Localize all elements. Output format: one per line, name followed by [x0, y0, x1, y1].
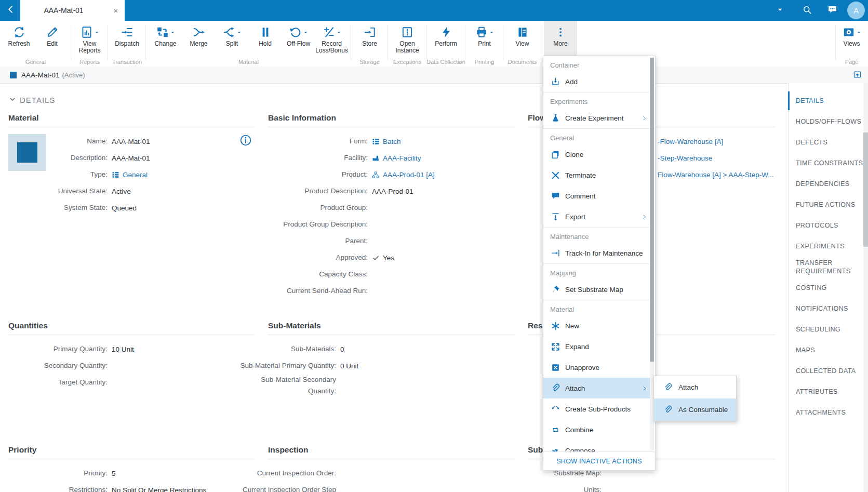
field-label: Sub-Material Secondary Quantity: — [237, 374, 336, 397]
close-icon[interactable]: × — [107, 6, 125, 15]
field-value[interactable]: General — [112, 171, 148, 179]
avatar[interactable]: A — [847, 2, 865, 19]
menu-item-track-in-for-maintenance[interactable]: Track-In for Maintenance — [543, 243, 655, 263]
submenu-item-as-consumable[interactable]: As Consumable — [654, 398, 736, 421]
field-value[interactable]: AAA-Facility — [372, 154, 421, 162]
ribbon-button-label: Change — [154, 41, 176, 47]
ribbon-button-split[interactable]: Split — [216, 21, 249, 59]
ribbon-button-view-reports[interactable]: View Reports — [73, 21, 106, 59]
flow-link[interactable]: Flow-Warehouse [A] > AAA-Step-W... — [658, 171, 773, 179]
sidebar-item-attributes[interactable]: ATTRIBUTES — [789, 381, 864, 402]
sidebar-item-future-actions[interactable]: FUTURE ACTIONS — [789, 194, 864, 215]
menu-item-create-experiment[interactable]: Create Experiment — [543, 108, 655, 128]
menu-item-export[interactable]: Export — [543, 206, 655, 227]
topbar-caret-button[interactable] — [771, 0, 789, 21]
ribbon-group-printing: PrintPrinting — [465, 21, 503, 67]
field-value[interactable]: Batch — [372, 138, 401, 145]
sidebar-item-defects[interactable]: DEFECTS — [789, 132, 864, 153]
menu-item-comment[interactable]: Comment — [543, 185, 655, 206]
sidebar-item-time-constraints[interactable]: TIME CONSTRAINTS — [789, 153, 864, 174]
more-icon — [554, 25, 567, 39]
ribbon-button-more[interactable]: More — [544, 21, 577, 59]
store-icon — [363, 25, 377, 39]
ribbon-button-view[interactable]: View — [506, 21, 539, 59]
menu-item-label: Create Sub-Products — [565, 405, 631, 413]
ribbon-button-record-loss-bonus[interactable]: Record Loss/Bonus — [315, 21, 349, 59]
ribbon-button-merge[interactable]: Merge — [182, 21, 216, 59]
page-nav-sidebar: DETAILSHOLDS/OFF-FLOWSDEFECTSTIME CONSTR… — [788, 83, 864, 492]
menu-item-label: Create Experiment — [565, 114, 624, 122]
perform-icon — [439, 25, 453, 39]
field-value: Queued — [112, 204, 137, 212]
chat-button[interactable] — [823, 0, 841, 21]
ribbon-button-dispatch[interactable]: Dispatch — [111, 21, 144, 59]
sidebar-item-scheduling[interactable]: SCHEDULING — [789, 319, 864, 340]
menu-item-clone[interactable]: Clone — [543, 144, 655, 165]
flow-link[interactable]: -Flow-Warehouse [A] — [658, 138, 723, 145]
search-button[interactable] — [798, 0, 816, 21]
ribbon-group-exceptions: Open InstanceExceptions — [388, 21, 426, 67]
sidebar-item-details[interactable]: DETAILS — [789, 90, 864, 111]
caret-down-icon — [95, 30, 99, 35]
sidebar-item-collected-data[interactable]: COLLECTED DATA — [789, 361, 864, 381]
menu-item-attach[interactable]: Attach — [543, 378, 655, 398]
field-value: AAA-Mat-01 — [112, 138, 150, 145]
section-title: Basic Information — [268, 113, 515, 125]
menu-section-experiments: ExperimentsCreate Experiment — [543, 92, 655, 129]
sidebar-item-attachments[interactable]: ATTACHMENTS — [789, 402, 864, 423]
menu-item-combine[interactable]: Combine — [543, 419, 655, 440]
menu-item-add[interactable]: Add — [543, 71, 655, 92]
ribbon-group-reports: View ReportsReports — [71, 21, 108, 67]
search-icon — [802, 5, 812, 17]
scrollbar-thumb[interactable] — [863, 132, 868, 247]
sidebar-item-notifications[interactable]: NOTIFICATIONS — [789, 298, 864, 319]
details-collapse-header[interactable]: DETAILS — [8, 95, 55, 105]
panel-expand-button[interactable] — [853, 70, 862, 81]
field-row: Form:Batch — [268, 133, 515, 150]
ribbon-group-label: Exceptions — [388, 59, 426, 65]
submenu-item-attach[interactable]: Attach — [654, 376, 736, 398]
ribbon-group-general: RefreshEditGeneral — [0, 21, 71, 67]
ribbon-button-open-instance[interactable]: Open Instance — [391, 21, 424, 59]
ribbon-button-hold[interactable]: Hold — [249, 21, 282, 59]
divider — [8, 127, 255, 127]
menu-item-expand[interactable]: Expand — [543, 336, 655, 357]
menu-item-unapprove[interactable]: Unapprove — [543, 357, 655, 378]
caret-down-blue-icon — [303, 30, 308, 35]
sidebar-item-protocols[interactable]: PROTOCOLS — [789, 215, 864, 236]
clone-icon — [551, 150, 560, 159]
menu-item-create-sub-products[interactable]: Create Sub-Products — [543, 398, 655, 419]
flow-link[interactable]: -Step-Warehouse — [658, 154, 712, 162]
tab-material[interactable]: AAA-Mat-01 × — [20, 0, 125, 21]
menu-item-terminate[interactable]: Terminate — [543, 165, 655, 185]
menu-item-new[interactable]: New — [543, 315, 655, 336]
ribbon-button-refresh[interactable]: Refresh — [3, 21, 36, 59]
ribbon-button-perform[interactable]: Perform — [430, 21, 463, 59]
menu-item-label: Comment — [565, 192, 596, 200]
back-button[interactable] — [3, 0, 19, 21]
menu-scrollbar-thumb[interactable] — [650, 58, 654, 362]
ribbon-button-store[interactable]: Store — [353, 21, 386, 59]
field-value: 0 Unit — [340, 362, 358, 370]
sidebar-item-holds-off-flows[interactable]: HOLDS/OFF-FLOWS — [789, 111, 864, 132]
info-icon[interactable] — [239, 134, 252, 149]
show-inactive-actions[interactable]: SHOW INACTIVE ACTIONS — [543, 451, 655, 470]
chevron-right-icon — [641, 214, 648, 220]
ribbon-button-off-flow[interactable]: Off-Flow — [282, 21, 315, 59]
ribbon-button-change[interactable]: Change — [149, 21, 182, 59]
mes-material-page: { "colors":{"accent":"#0a7abf","icon_blu… — [0, 0, 868, 492]
menu-item-set-substrate-map[interactable]: Set Substrate Map — [543, 279, 655, 300]
entity-title-bar: AAA-Mat-01 (Active) — [0, 67, 868, 84]
sidebar-item-dependencies[interactable]: DEPENDENCIES — [789, 174, 864, 194]
ribbon-button-print[interactable]: Print — [468, 21, 501, 59]
caret-down-icon — [337, 30, 341, 35]
ribbon-button-edit[interactable]: Edit — [36, 21, 69, 59]
field-row: Universal State:Active — [8, 183, 255, 200]
ribbon-button-views[interactable]: Views — [835, 21, 868, 59]
field-value[interactable]: AAA-Prod-01 [A] — [372, 171, 435, 179]
sidebar-item-costing[interactable]: COSTING — [789, 277, 864, 298]
caret-down-blue-icon — [337, 30, 341, 35]
sidebar-item-maps[interactable]: MAPS — [789, 340, 864, 361]
sidebar-item-transfer-requirements[interactable]: TRANSFER REQUIREMENTS — [789, 257, 864, 277]
sidebar-item-experiments[interactable]: EXPERIMENTS — [789, 236, 864, 257]
